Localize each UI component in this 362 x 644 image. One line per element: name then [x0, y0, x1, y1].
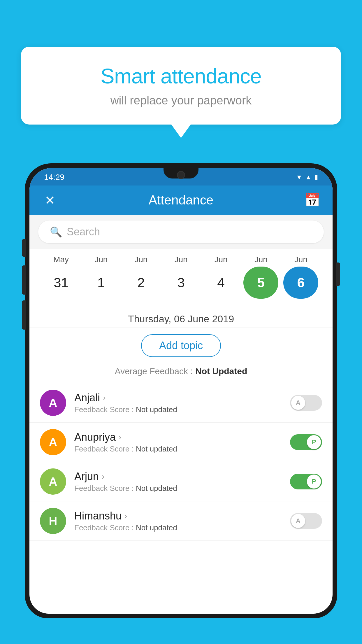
close-icon[interactable]: ✕ — [41, 193, 59, 208]
search-bar[interactable]: 🔍 Search — [38, 220, 324, 243]
chevron-arjun: › — [102, 472, 104, 481]
signal-icon: ▲ — [305, 174, 312, 181]
student-feedback-anjali: Feedback Score : Not updated — [74, 405, 282, 414]
avg-feedback-section: Average Feedback : Not Updated — [29, 363, 333, 383]
phone-side-button-right — [336, 262, 340, 286]
student-info-anjali[interactable]: Anjali › Feedback Score : Not updated — [74, 392, 282, 414]
toggle-knob-himanshu: A — [291, 514, 305, 528]
toggle-knob-anjali: A — [291, 396, 305, 410]
date-day-6-selected[interactable]: 6 — [283, 267, 318, 299]
bubble-title: Smart attendance — [44, 64, 318, 88]
month-3: Jun — [164, 255, 198, 264]
speech-bubble-container: Smart attendance will replace your paper… — [21, 47, 341, 125]
attendance-toggle-anjali[interactable]: A — [290, 395, 322, 411]
date-months-row: May Jun Jun Jun Jun Jun Jun — [38, 255, 324, 264]
toggle-knob-anupriya: P — [307, 435, 321, 449]
toggle-arjun[interactable]: P — [290, 474, 322, 489]
date-day-31[interactable]: 31 — [44, 267, 79, 299]
student-feedback-anupriya: Feedback Score : Not updated — [74, 444, 282, 454]
student-name-anupriya: Anupriya › — [74, 431, 282, 443]
date-day-5-today[interactable]: 5 — [243, 267, 278, 299]
student-list: A Anjali › Feedback Score : Not updated … — [29, 383, 333, 541]
date-picker: May Jun Jun Jun Jun Jun Jun 31 1 2 3 4 5… — [29, 249, 333, 307]
calendar-icon[interactable]: 📅 — [303, 192, 321, 208]
avatar-anjali: A — [40, 390, 66, 416]
month-5: Jun — [243, 255, 278, 264]
student-feedback-arjun: Feedback Score : Not updated — [74, 484, 282, 493]
attendance-toggle-himanshu[interactable]: A — [290, 513, 322, 529]
phone-camera — [177, 171, 185, 179]
app-bar-title: Attendance — [59, 193, 303, 207]
student-item-anjali: A Anjali › Feedback Score : Not updated … — [29, 383, 333, 423]
search-icon: 🔍 — [50, 226, 62, 238]
wifi-icon: ▼ — [296, 174, 302, 181]
month-4: Jun — [203, 255, 238, 264]
avg-feedback-label: Average Feedback : — [115, 366, 195, 376]
attendance-toggle-arjun[interactable]: P — [290, 474, 322, 489]
search-container: 🔍 Search — [29, 215, 333, 249]
selected-date-text: Thursday, 06 June 2019 — [128, 313, 234, 324]
avatar-anupriya: A — [40, 429, 66, 455]
add-topic-button[interactable]: Add topic — [141, 334, 221, 357]
month-0: May — [44, 255, 79, 264]
phone-screen: 14:29 ▼ ▲ ▮ ✕ Attendance 📅 🔍 Search — [29, 168, 333, 614]
month-2: Jun — [124, 255, 159, 264]
chevron-anjali: › — [103, 393, 106, 402]
attendance-toggle-anupriya[interactable]: P — [290, 434, 322, 450]
toggle-knob-arjun: P — [307, 475, 321, 489]
add-topic-container: Add topic — [29, 328, 333, 363]
month-1: Jun — [84, 255, 119, 264]
avg-feedback-value: Not Updated — [195, 366, 247, 376]
phone-frame: 14:29 ▼ ▲ ▮ ✕ Attendance 📅 🔍 Search — [25, 163, 337, 644]
avatar-arjun: A — [40, 468, 66, 495]
student-item-himanshu: H Himanshu › Feedback Score : Not update… — [29, 501, 333, 541]
phone-side-button-left3 — [22, 300, 26, 330]
app-bar: ✕ Attendance 📅 — [29, 186, 333, 215]
toggle-anupriya[interactable]: P — [290, 434, 322, 450]
phone-side-button-left1 — [22, 239, 26, 257]
speech-bubble: Smart attendance will replace your paper… — [21, 47, 341, 125]
chevron-himanshu: › — [124, 511, 127, 521]
toggle-anjali[interactable]: A — [290, 395, 322, 411]
date-day-4[interactable]: 4 — [203, 267, 238, 299]
student-name-arjun: Arjun › — [74, 470, 282, 483]
student-feedback-himanshu: Feedback Score : Not updated — [74, 523, 282, 532]
status-icons: ▼ ▲ ▮ — [296, 174, 318, 181]
date-day-1[interactable]: 1 — [84, 267, 119, 299]
student-info-himanshu[interactable]: Himanshu › Feedback Score : Not updated — [74, 510, 282, 532]
student-name-himanshu: Himanshu › — [74, 510, 282, 522]
month-6: Jun — [283, 255, 318, 264]
status-time: 14:29 — [44, 173, 64, 182]
date-days-row: 31 1 2 3 4 5 6 — [38, 267, 324, 299]
selected-date-info: Thursday, 06 June 2019 — [29, 307, 333, 328]
student-name-anjali: Anjali › — [74, 392, 282, 404]
student-item-arjun: A Arjun › Feedback Score : Not updated P — [29, 462, 333, 501]
phone-outer: 14:29 ▼ ▲ ▮ ✕ Attendance 📅 🔍 Search — [25, 163, 337, 618]
student-info-arjun[interactable]: Arjun › Feedback Score : Not updated — [74, 470, 282, 493]
date-day-3[interactable]: 3 — [164, 267, 198, 299]
toggle-himanshu[interactable]: A — [290, 513, 322, 529]
chevron-anupriya: › — [119, 433, 121, 442]
student-item-anupriya: A Anupriya › Feedback Score : Not update… — [29, 423, 333, 462]
battery-icon: ▮ — [314, 174, 318, 181]
student-info-anupriya[interactable]: Anupriya › Feedback Score : Not updated — [74, 431, 282, 454]
date-day-2[interactable]: 2 — [124, 267, 159, 299]
search-placeholder: Search — [67, 226, 100, 238]
bubble-subtitle: will replace your paperwork — [44, 94, 318, 107]
phone-side-button-left2 — [22, 265, 26, 295]
avatar-himanshu: H — [40, 508, 66, 534]
